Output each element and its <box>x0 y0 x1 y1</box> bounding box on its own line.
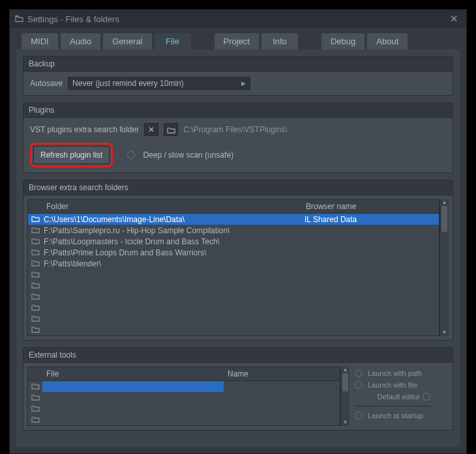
external-tools-list[interactable]: File Name <box>27 367 340 426</box>
browse-folder-button[interactable] <box>164 123 178 136</box>
folder-icon <box>28 326 42 334</box>
external-list-header: File Name <box>28 367 340 381</box>
tab-file[interactable]: File <box>155 33 191 50</box>
folder-icon <box>28 382 42 391</box>
content: Backup Autosave Never (just remind every… <box>16 50 460 447</box>
autosave-combo[interactable]: Never (just remind every 10min) ▶ <box>68 77 250 90</box>
table-row[interactable]: F:\Patts\Prime Loops Drum and Bass Warri… <box>28 247 439 258</box>
scroll-thumb[interactable] <box>441 206 447 232</box>
vst-search-label: VST plugins extra search folder <box>30 125 139 134</box>
scroll-up-icon[interactable]: ▲ <box>440 199 449 206</box>
browser-scrollbar[interactable]: ▲ ▼ <box>439 199 449 336</box>
col-file: File <box>28 367 224 380</box>
folder-icon <box>28 248 42 257</box>
launch-with-file-radio[interactable] <box>355 381 363 389</box>
folder-icon <box>28 416 42 424</box>
tab-general[interactable]: General <box>103 33 151 50</box>
tab-midi[interactable]: MIDI <box>22 33 58 50</box>
default-editor-radio[interactable] <box>423 393 430 401</box>
folder-icon <box>28 226 42 234</box>
settings-window: Settings - Files & folders ✕ MIDI Audio … <box>9 9 467 454</box>
tab-project[interactable]: Project <box>215 33 259 50</box>
backup-group: Backup Autosave Never (just remind every… <box>23 56 453 96</box>
table-row[interactable]: C:\Users\1\Documents\Image-Line\Data\IL … <box>28 214 439 225</box>
tabs: MIDI Audio General File Project Info Deb… <box>10 28 466 50</box>
folder-icon <box>28 281 42 290</box>
plugins-group: Plugins VST plugins extra search folder … <box>23 102 453 173</box>
refresh-plugin-list-button[interactable]: Refresh plugin list <box>33 146 110 164</box>
launch-with-file-label: Launch with file <box>368 381 433 389</box>
folder-icon <box>28 259 42 268</box>
table-row[interactable] <box>28 403 340 414</box>
launch-at-startup-radio[interactable] <box>355 412 363 419</box>
external-scrollbar[interactable]: ▲ ▼ <box>340 367 350 426</box>
folder-path: C:\Users\1\Documents\Image-Line\Data\ <box>42 215 302 224</box>
file-cell <box>42 381 224 392</box>
default-editor-label: Default editor <box>355 393 420 401</box>
deep-scan-label: Deep / slow scan (unsafe) <box>143 150 233 160</box>
launch-with-path-radio[interactable] <box>355 369 363 377</box>
external-tools-group: External tools File Name ▲ ▼ <box>23 347 453 431</box>
table-row[interactable] <box>28 392 340 403</box>
col-browser-name: Browser name <box>302 200 439 213</box>
table-row[interactable] <box>28 302 439 313</box>
folder-path: F:\Patts\blender\ <box>42 259 302 268</box>
external-options: Launch with path Launch with file Defaul… <box>350 367 434 426</box>
tab-about[interactable]: About <box>367 33 408 50</box>
table-row[interactable]: F:\Patts\Loopmasters - Icicle Drum and B… <box>28 236 439 247</box>
scroll-up-icon[interactable]: ▲ <box>341 367 350 373</box>
launch-at-startup-label: Launch at startup <box>368 412 433 419</box>
refresh-highlight: Refresh plugin list <box>30 143 113 167</box>
tab-info[interactable]: Info <box>261 33 298 50</box>
folder-icon <box>28 304 42 312</box>
browser-folder-list[interactable]: Folder Browser name C:\Users\1\Documents… <box>27 199 439 336</box>
backup-group-title: Backup <box>23 57 453 72</box>
table-row[interactable]: F:\Patts\blender\ <box>28 258 439 269</box>
scroll-down-icon[interactable]: ▼ <box>440 330 449 336</box>
table-row[interactable] <box>28 291 439 302</box>
plugins-group-title: Plugins <box>23 103 453 118</box>
browser-folders-title: Browser extra search folders <box>23 180 453 195</box>
browser-list-header: Folder Browser name <box>28 200 439 214</box>
table-row[interactable] <box>28 280 439 291</box>
tab-debug[interactable]: Debug <box>321 33 364 50</box>
folder-icon <box>15 14 23 24</box>
window-title: Settings - Files & folders <box>27 14 119 24</box>
external-tools-title: External tools <box>23 348 453 363</box>
folder-icon <box>28 215 42 223</box>
titlebar: Settings - Files & folders ✕ <box>10 10 466 28</box>
launch-with-path-label: Launch with path <box>368 369 433 377</box>
table-row[interactable] <box>28 381 340 392</box>
col-name: Name <box>224 367 340 380</box>
col-folder: Folder <box>28 200 302 213</box>
vst-path: C:\Program Files\VSTPlugins\ <box>183 125 287 134</box>
scroll-thumb[interactable] <box>342 373 348 391</box>
folder-icon <box>28 270 42 279</box>
autosave-label: Autosave <box>30 79 63 88</box>
clear-path-button[interactable]: ✕ <box>144 123 158 136</box>
folder-icon <box>28 404 42 413</box>
deep-scan-radio[interactable] <box>127 151 135 159</box>
tab-audio[interactable]: Audio <box>61 33 100 50</box>
table-row[interactable] <box>28 414 340 425</box>
folder-path: F:\Patts\Prime Loops Drum and Bass Warri… <box>42 248 302 257</box>
chevron-right-icon: ▶ <box>241 80 246 87</box>
scroll-down-icon[interactable]: ▼ <box>341 419 350 426</box>
folder-path: F:\Patts\Samplepro.ru - Hip-Hop Sample C… <box>42 226 302 235</box>
table-row[interactable] <box>28 313 439 324</box>
folder-icon <box>28 237 42 246</box>
close-icon[interactable]: ✕ <box>446 12 462 26</box>
browser-name: IL Shared Data <box>302 215 439 224</box>
folder-icon <box>28 292 42 301</box>
folder-icon <box>28 315 42 323</box>
table-row[interactable]: F:\Patts\Samplepro.ru - Hip-Hop Sample C… <box>28 225 439 236</box>
folder-path: F:\Patts\Loopmasters - Icicle Drum and B… <box>42 237 302 246</box>
autosave-value: Never (just remind every 10min) <box>72 79 184 88</box>
browser-folders-group: Browser extra search folders Folder Brow… <box>23 180 453 341</box>
table-row[interactable] <box>28 269 439 280</box>
folder-icon <box>28 393 42 402</box>
table-row[interactable] <box>28 324 439 335</box>
